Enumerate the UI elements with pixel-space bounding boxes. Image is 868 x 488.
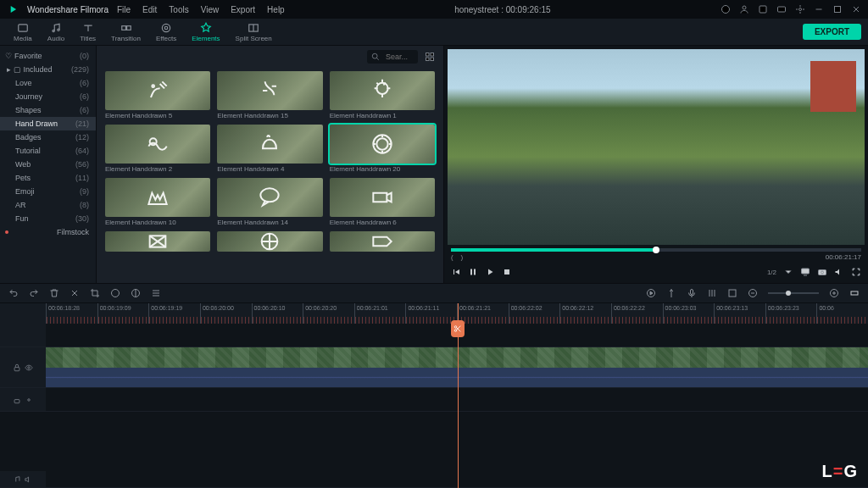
marker-icon[interactable] — [666, 288, 676, 298]
sidebar-item-pets[interactable]: Pets(11) — [0, 171, 96, 185]
preview-scale[interactable]: 1/2 — [767, 269, 776, 276]
chevron-down-icon[interactable] — [783, 267, 793, 277]
tab-transition[interactable]: Transition — [104, 20, 147, 44]
sidebar-item-badges[interactable]: Badges(12) — [0, 130, 96, 144]
preview-viewport[interactable] — [448, 49, 865, 245]
asset-item[interactable]: Element Handdrawn 5 — [105, 71, 210, 119]
asset-thumbnail[interactable] — [217, 71, 322, 110]
user-icon[interactable] — [739, 4, 749, 14]
sidebar-item-journey[interactable]: Journey(6) — [0, 90, 96, 103]
tab-titles[interactable]: Titles — [73, 20, 103, 44]
fullscreen-icon[interactable] — [851, 267, 861, 277]
menu-edit[interactable]: Edit — [142, 5, 157, 14]
sidebar-item-emoji[interactable]: Emoji(9) — [0, 185, 96, 198]
tab-effects[interactable]: Effects — [149, 20, 183, 44]
tab-media[interactable]: Media — [7, 20, 39, 44]
export-button[interactable]: EXPORT — [803, 24, 861, 40]
menu-tools[interactable]: Tools — [169, 5, 188, 14]
save-icon[interactable] — [758, 4, 768, 14]
keyframe-icon[interactable] — [727, 288, 737, 298]
playhead[interactable] — [458, 303, 459, 488]
delete-icon[interactable] — [49, 288, 59, 298]
asset-thumbnail[interactable] — [217, 125, 322, 164]
sidebar-item-ar[interactable]: AR(8) — [0, 198, 96, 212]
visibility-icon[interactable] — [25, 396, 33, 404]
asset-thumbnail[interactable] — [217, 178, 322, 217]
adjust-icon[interactable] — [151, 288, 161, 298]
snapshot-icon[interactable] — [817, 267, 827, 277]
mixer-icon[interactable] — [707, 288, 717, 298]
sidebar-item-fun[interactable]: Fun(30) — [0, 212, 96, 225]
lock-icon[interactable] — [13, 363, 21, 372]
play-icon[interactable] — [485, 267, 495, 277]
zoom-fit-icon[interactable] — [849, 288, 860, 298]
menu-file[interactable]: File — [117, 5, 131, 14]
asset-item[interactable]: Element Handdrawn 1 — [330, 71, 435, 119]
audio-master-track[interactable] — [0, 471, 868, 488]
volume-icon[interactable] — [834, 267, 844, 277]
asset-thumbnail[interactable] — [105, 231, 210, 252]
mail-icon[interactable] — [776, 4, 787, 14]
tab-elements[interactable]: Elements — [185, 20, 226, 44]
sidebar-included[interactable]: ▸ ▢Included(229) — [0, 63, 96, 76]
close-icon[interactable] — [851, 4, 861, 14]
mute-icon[interactable] — [25, 475, 33, 484]
menu-export[interactable]: Export — [231, 5, 255, 14]
color-icon[interactable] — [131, 288, 141, 298]
minimize-icon[interactable] — [814, 4, 824, 14]
asset-thumbnail[interactable] — [330, 178, 435, 217]
asset-item[interactable]: Element Handdrawn 20 — [330, 125, 435, 173]
render-icon[interactable] — [646, 288, 656, 298]
grid-view-icon[interactable] — [425, 52, 435, 62]
prev-frame-icon[interactable] — [451, 267, 461, 277]
sidebar-item-web[interactable]: Web(56) — [0, 158, 96, 171]
monitor-icon[interactable] — [800, 267, 810, 277]
video-track[interactable] — [0, 347, 868, 388]
asset-item[interactable]: Element Handdrawn 14 — [217, 178, 322, 226]
asset-thumbnail[interactable] — [105, 125, 210, 164]
asset-item[interactable]: Element Handdrawn 6 — [330, 178, 435, 226]
asset-item[interactable] — [217, 231, 322, 252]
lock-icon[interactable] — [13, 396, 21, 404]
asset-item[interactable] — [330, 231, 435, 252]
redo-icon[interactable] — [29, 288, 39, 298]
sidebar-item-tutorial[interactable]: Tutorial(64) — [0, 144, 96, 158]
zoom-slider[interactable] — [768, 292, 819, 294]
asset-thumbnail[interactable] — [105, 71, 210, 110]
music-icon[interactable] — [13, 475, 21, 484]
zoom-out-icon[interactable] — [748, 288, 758, 298]
undo-icon[interactable] — [8, 288, 19, 298]
crop-icon[interactable] — [90, 288, 100, 298]
asset-thumbnail[interactable] — [217, 231, 322, 252]
settings-icon[interactable] — [795, 4, 805, 14]
split-icon[interactable] — [70, 288, 80, 298]
asset-thumbnail[interactable] — [330, 125, 435, 164]
play-pause-icon[interactable] — [468, 267, 478, 277]
voiceover-icon[interactable] — [687, 288, 697, 298]
visibility-icon[interactable] — [25, 363, 33, 372]
preview-scrubber[interactable] — [451, 248, 861, 252]
cloud-icon[interactable] — [721, 4, 731, 14]
sidebar-filmstock[interactable]: Filmstock — [0, 225, 96, 239]
menu-help[interactable]: Help — [267, 5, 285, 14]
sidebar-favorite[interactable]: ♡Favorite(0) — [0, 49, 96, 63]
sidebar-item-shapes[interactable]: Shapes(6) — [0, 103, 96, 117]
zoom-in-icon[interactable] — [829, 288, 839, 298]
sidebar-item-love[interactable]: Love(6) — [0, 76, 96, 90]
menu-view[interactable]: View — [201, 5, 220, 14]
asset-thumbnail[interactable] — [105, 178, 210, 217]
stop-icon[interactable] — [502, 267, 512, 277]
speed-icon[interactable] — [110, 288, 120, 298]
asset-item[interactable]: Element Handdrawn 15 — [217, 71, 322, 119]
asset-item[interactable]: Element Handdrawn 4 — [217, 125, 322, 173]
sidebar-item-hand-drawn[interactable]: Hand Drawn(21) — [0, 117, 96, 130]
maximize-icon[interactable] — [832, 4, 843, 14]
asset-item[interactable] — [105, 231, 210, 252]
asset-item[interactable]: Element Handdrawn 2 — [105, 125, 210, 173]
asset-thumbnail[interactable] — [330, 71, 435, 110]
asset-thumbnail[interactable] — [330, 231, 435, 252]
tab-split-screen[interactable]: Split Screen — [229, 20, 279, 44]
tab-audio[interactable]: Audio — [41, 20, 71, 44]
asset-item[interactable]: Element Handdrawn 10 — [105, 178, 210, 226]
effect-track[interactable] — [0, 388, 868, 412]
